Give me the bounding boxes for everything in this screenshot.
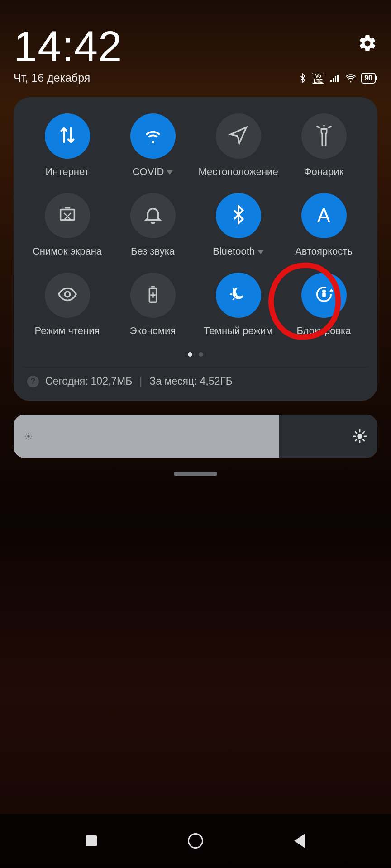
svg-rect-5 [322,292,326,297]
tile-silent[interactable]: Без звука [110,193,196,257]
pager-dot [188,352,192,357]
dark-mode-icon [228,284,249,307]
tile-reading-mode[interactable]: Режим чтения [24,273,110,337]
tile-rotation-lock[interactable]: Блокировка [281,273,367,337]
navigation-bar [0,814,391,868]
svg-point-3 [233,292,237,296]
tile-internet[interactable]: Интернет [24,113,110,178]
auto-brightness-icon: A [317,204,330,227]
tile-label: COVID [133,166,164,178]
data-month-label: За месяц: [149,375,197,387]
screenshot-icon [57,204,78,227]
date-label: Чт, 16 декабря [14,71,90,85]
nav-recent-button[interactable] [86,835,97,846]
bluetooth-icon [228,204,249,227]
tile-label: Bluetooth [213,245,255,257]
tile-label: Экономия [130,325,176,337]
nav-home-button[interactable] [188,833,203,849]
data-today-value: 102,7МБ [91,375,133,387]
status-bar-icons: Vo LTE 90 [298,73,376,84]
volte-icon: Vo LTE [312,73,324,84]
tile-label: Интернет [46,166,89,178]
divider [22,367,369,367]
tile-location[interactable]: Местоположение [196,113,281,178]
tile-screenshot[interactable]: Снимок экрана [24,193,110,257]
drag-handle[interactable] [174,472,217,476]
expand-icon[interactable] [257,250,264,254]
svg-point-7 [357,434,362,439]
tile-label: Снимок экрана [33,245,102,257]
tile-dark-mode[interactable]: Темный режим [196,273,281,337]
rotation-lock-icon [314,284,334,307]
tile-label: Местоположение [198,166,278,178]
tile-flashlight[interactable]: Фонарик [281,113,367,178]
separator: | [139,375,142,387]
battery-plus-icon [143,284,163,307]
tile-label: Темный режим [204,325,272,337]
data-month-value: 4,52ГБ [200,375,233,387]
tile-wifi[interactable]: COVID [110,113,196,178]
battery-indicator: 90 [361,73,376,84]
brightness-low-icon [24,431,33,441]
help-icon: ? [27,376,39,387]
brightness-fill [14,415,279,458]
tile-label: Режим чтения [35,325,100,337]
tile-auto-brightness[interactable]: A Автояркость [281,193,367,257]
pager-dot [199,352,203,357]
signal-icon [329,73,340,84]
tile-battery-saver[interactable]: Экономия [110,273,196,337]
svg-point-6 [27,435,30,438]
wifi-icon [143,125,163,147]
tile-label: Без звука [131,245,175,257]
svg-rect-0 [60,210,74,220]
tile-label: Фонарик [304,166,344,178]
data-arrows-icon [57,125,78,147]
eye-icon [57,284,78,307]
data-today-label: Сегодня: [45,375,88,387]
page-indicator[interactable] [24,352,367,357]
brightness-high-icon [352,429,367,444]
tile-label: Блокировка [297,325,351,337]
settings-gear-icon[interactable] [358,25,377,55]
data-usage-row[interactable]: ? Сегодня: 102,7МБ | За месяц: 4,52ГБ [24,375,367,389]
svg-point-1 [65,292,70,297]
flashlight-icon [314,125,334,147]
bell-icon [143,204,163,227]
location-icon [228,125,249,147]
tile-label: Автояркость [295,245,353,257]
expand-icon[interactable] [167,170,173,175]
nav-back-button[interactable] [294,834,305,848]
bluetooth-status-icon [298,73,308,84]
clock-time: 14:42 [14,25,122,68]
brightness-slider[interactable] [14,415,377,458]
quick-settings-panel: Интернет COVID Местоположение Фонарик Сн… [14,97,377,401]
wifi-status-icon [344,73,357,84]
tile-bluetooth[interactable]: Bluetooth [196,193,281,257]
